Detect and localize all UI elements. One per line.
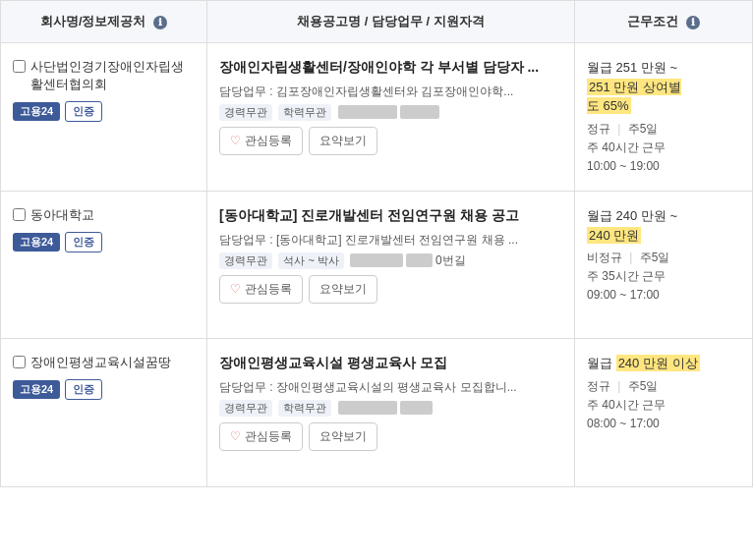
salary-highlight-1: 251 만원 상여별도 65% bbox=[587, 79, 681, 115]
salary-highlight-2: 240 만원 bbox=[587, 227, 641, 244]
table-row: 동아대학교 고용24 인증 [동아대학교] 진로개발센터 전임연구원 채용 공고… bbox=[1, 192, 752, 339]
job-meta-3: 경력무관 학력무관 bbox=[219, 400, 562, 417]
salary-detail-1: 정규 | 주5일 주 40시간 근무 10:00 ~ 19:00 bbox=[587, 120, 740, 177]
action-buttons-2: ♡ 관심등록 요약보기 bbox=[219, 275, 562, 304]
condition-col-2: 월급 240 만원 ~ 240 만원 비정규 | 주5일 주 35시간 근무 0… bbox=[575, 192, 752, 338]
job-detail-3: 담당업무 : 장애인평생교육시설의 평생교육사 모집합니... bbox=[219, 379, 562, 396]
job-detail-1: 담당업무 : 김포장애인자립생활센터와 김포장애인야학... bbox=[219, 84, 562, 100]
badge-row-3: 고용24 인증 bbox=[13, 379, 195, 400]
job-col-2: [동아대학교] 진로개발센터 전임연구원 채용 공고 담당업무 : [동아대학교… bbox=[207, 192, 575, 338]
wishlist-button-2[interactable]: ♡ 관심등록 bbox=[219, 275, 303, 304]
badge-verified-2: 인증 bbox=[65, 232, 102, 252]
salary-2: 월급 240 만원 ~ 240 만원 bbox=[587, 206, 740, 245]
salary-detail-3: 정규 | 주5일 주 40시간 근무 08:00 ~ 17:00 bbox=[587, 377, 740, 434]
condition-col-1: 월급 251 만원 ~ 251 만원 상여별도 65% 정규 | 주5일 주 4… bbox=[575, 43, 752, 191]
company-checkbox-row-2: 동아대학교 bbox=[13, 206, 195, 224]
job-title-3: 장애인평생교육시설 평생교육사 모집 bbox=[219, 354, 562, 373]
heart-icon-2: ♡ bbox=[230, 282, 241, 296]
job-listing-table: 회사명/정보제공처 ℹ 채용공고명 / 담당업무 / 지원자격 근무조건 ℹ 사… bbox=[0, 0, 753, 487]
company-name-3: 장애인평생교육시설꿈땅 bbox=[30, 354, 171, 371]
salary-detail-2: 비정규 | 주5일 주 35시간 근무 09:00 ~ 17:00 bbox=[587, 249, 740, 306]
address-blurred-1b bbox=[400, 105, 439, 119]
badge-verified-3: 인증 bbox=[65, 379, 102, 400]
table-row: 사단법인경기장애인자립생활센터협의회 고용24 인증 장애인자립생활센터/장애인… bbox=[1, 43, 752, 192]
table-row: 장애인평생교육시설꿈땅 고용24 인증 장애인평생교육시설 평생교육사 모집 담… bbox=[1, 339, 752, 486]
summary-button-1[interactable]: 요약보기 bbox=[309, 127, 377, 155]
company-name-1: 사단법인경기장애인자립생활센터협의회 bbox=[30, 58, 195, 93]
address-suffix-2: 0번길 bbox=[435, 253, 466, 267]
company-checkbox-3[interactable] bbox=[13, 356, 26, 368]
address-blurred-1 bbox=[338, 105, 397, 119]
badge-employment-2: 고용24 bbox=[13, 233, 60, 252]
badge-employment-1: 고용24 bbox=[13, 102, 60, 121]
salary-highlight-3: 240 만원 이상 bbox=[616, 355, 700, 371]
heart-icon-1: ♡ bbox=[230, 134, 241, 147]
company-checkbox-row-1: 사단법인경기장애인자립생활센터협의회 bbox=[13, 58, 195, 93]
company-col-1: 사단법인경기장애인자립생활센터협의회 고용24 인증 bbox=[1, 43, 207, 191]
badge-row-1: 고용24 인증 bbox=[13, 101, 195, 122]
job-col-3: 장애인평생교육시설 평생교육사 모집 담당업무 : 장애인평생교육시설의 평생교… bbox=[207, 339, 575, 486]
company-checkbox-2[interactable] bbox=[13, 208, 26, 221]
meta-edu-3: 학력무관 bbox=[278, 400, 331, 417]
job-meta-1: 경력무관 학력무관 bbox=[219, 104, 562, 121]
badge-row-2: 고용24 인증 bbox=[13, 232, 195, 252]
condition-info-icon[interactable]: ℹ bbox=[686, 16, 700, 29]
company-col-2: 동아대학교 고용24 인증 bbox=[1, 192, 207, 338]
job-meta-2: 경력무관 석사 ~ 박사 0번길 bbox=[219, 252, 562, 269]
company-col-3: 장애인평생교육시설꿈땅 고용24 인증 bbox=[1, 339, 207, 486]
wishlist-button-1[interactable]: ♡ 관심등록 bbox=[219, 127, 303, 155]
wishlist-button-3[interactable]: ♡ 관심등록 bbox=[219, 422, 303, 451]
header-company: 회사명/정보제공처 ℹ bbox=[1, 1, 207, 42]
badge-verified-1: 인증 bbox=[65, 101, 102, 122]
salary-1: 월급 251 만원 ~ 251 만원 상여별도 65% bbox=[587, 58, 740, 116]
summary-button-2[interactable]: 요약보기 bbox=[309, 275, 377, 304]
summary-button-3[interactable]: 요약보기 bbox=[309, 422, 377, 451]
header-condition: 근무조건 ℹ bbox=[575, 1, 752, 42]
action-buttons-3: ♡ 관심등록 요약보기 bbox=[219, 422, 562, 451]
action-buttons-1: ♡ 관심등록 요약보기 bbox=[219, 127, 562, 155]
meta-career-3: 경력무관 bbox=[219, 400, 272, 417]
company-checkbox-row-3: 장애인평생교육시설꿈땅 bbox=[13, 354, 195, 371]
table-header: 회사명/정보제공처 ℹ 채용공고명 / 담당업무 / 지원자격 근무조건 ℹ bbox=[1, 1, 752, 43]
company-checkbox-1[interactable] bbox=[13, 60, 26, 73]
header-job: 채용공고명 / 담당업무 / 지원자격 bbox=[207, 1, 575, 42]
job-title-2: [동아대학교] 진로개발센터 전임연구원 채용 공고 bbox=[219, 206, 562, 226]
address-blurred-2b bbox=[406, 253, 433, 267]
meta-career-1: 경력무관 bbox=[219, 104, 272, 121]
job-title-1: 장애인자립생활센터/장애인야학 각 부서별 담당자 ... bbox=[219, 58, 562, 78]
job-detail-2: 담당업무 : [동아대학교] 진로개발센터 전임연구원 채용 ... bbox=[219, 232, 562, 249]
company-info-icon[interactable]: ℹ bbox=[153, 16, 167, 29]
salary-3: 월급 240 만원 이상 bbox=[587, 354, 740, 373]
address-blurred-3b bbox=[400, 401, 433, 415]
company-name-2: 동아대학교 bbox=[30, 206, 94, 224]
heart-icon-3: ♡ bbox=[230, 429, 241, 443]
meta-edu-1: 학력무관 bbox=[278, 104, 331, 121]
meta-career-2: 경력무관 bbox=[219, 252, 272, 269]
condition-col-3: 월급 240 만원 이상 정규 | 주5일 주 40시간 근무 08:00 ~ … bbox=[575, 339, 752, 486]
address-blurred-2 bbox=[350, 253, 402, 267]
address-blurred-3 bbox=[338, 401, 397, 415]
meta-edu-2: 석사 ~ 박사 bbox=[278, 252, 344, 269]
job-col-1: 장애인자립생활센터/장애인야학 각 부서별 담당자 ... 담당업무 : 김포장… bbox=[207, 43, 575, 191]
badge-employment-3: 고용24 bbox=[13, 380, 60, 399]
